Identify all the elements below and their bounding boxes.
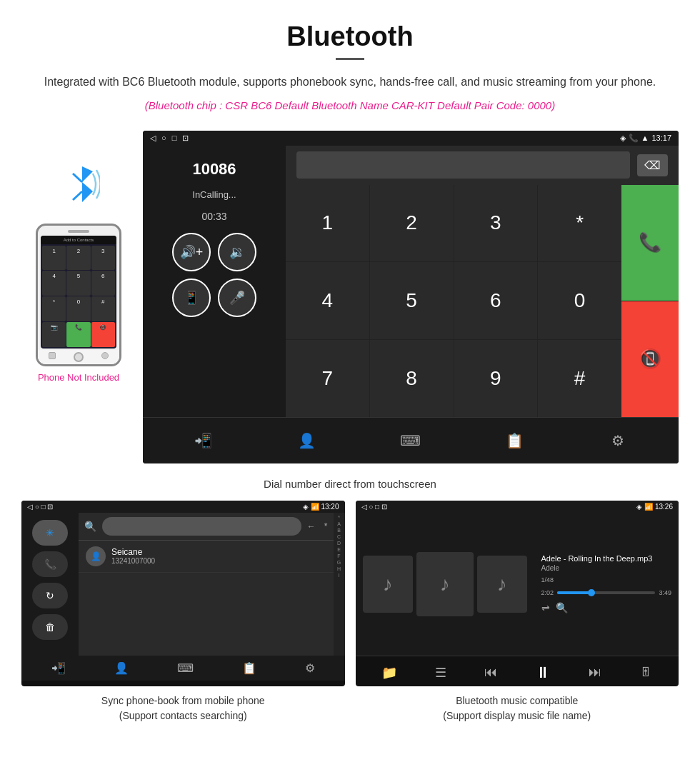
music-item: ◁ ○ □ ⊡ ◈ 📶 13:26 ♪ <box>356 501 679 723</box>
phone-recent-btn <box>49 352 56 359</box>
progress-bar-container: 2:02 3:49 <box>541 589 672 596</box>
car-status-bar: ◁ ○ □ ⊡ ◈ 📞 ▲ 13:17 <box>143 131 679 146</box>
pb-bluetooth-icon[interactable]: ✳ <box>32 520 68 546</box>
music-list-icon[interactable]: ☰ <box>435 665 446 681</box>
time-display: 13:17 <box>651 134 671 142</box>
dial-key-star[interactable]: * <box>538 185 621 262</box>
time-total: 3:49 <box>659 589 671 596</box>
phone-key-call-red: 📵 <box>91 322 115 347</box>
az-d[interactable]: D <box>337 540 341 546</box>
header-description: Integrated with BC6 Bluetooth module, su… <box>14 73 686 91</box>
pb-nav-contacts-icon[interactable]: 👤 <box>114 661 129 675</box>
az-a[interactable]: A <box>337 521 341 527</box>
volume-down-button[interactable]: 🔉 <box>218 233 256 271</box>
search-music-icon[interactable]: 🔍 <box>556 602 568 613</box>
dial-key-1[interactable]: 1 <box>286 185 369 262</box>
music-screen: ◁ ○ □ ⊡ ◈ 📶 13:26 ♪ <box>356 501 679 686</box>
pb-icons-right: ◈ 📶 13:20 <box>303 503 339 511</box>
az-f[interactable]: F <box>337 553 340 559</box>
phone-key-2: 2 <box>66 246 90 271</box>
az-h[interactable]: H <box>337 566 341 572</box>
nav-settings-icon[interactable]: ⚙ <box>604 426 632 455</box>
call-end-button[interactable]: 📵 <box>621 301 679 417</box>
music-prev-icon[interactable]: ⏮ <box>484 665 497 680</box>
dial-key-5[interactable]: 5 <box>370 262 454 339</box>
phone-dialer-grid: 1 2 3 4 5 6 * 0 # 📷 📞 📵 <box>41 244 116 349</box>
pb-back-icon: ◁ <box>27 503 33 511</box>
shuffle-icon[interactable]: ⇌ <box>541 602 550 613</box>
dial-key-4[interactable]: 4 <box>286 262 369 339</box>
status-icons-right: ◈ 📞 ▲ 13:17 <box>620 134 671 143</box>
music-icons-left: ◁ ○ □ ⊡ <box>361 503 387 511</box>
az-e[interactable]: E <box>337 546 341 553</box>
music-caption: Bluetooth music compatible(Support displ… <box>443 693 591 723</box>
pb-body: ✳ 📞 ↻ 🗑 🔍 ← * 👤 <box>21 513 345 656</box>
music-location-icon: ◈ <box>636 503 644 511</box>
contact-name: Seicane <box>111 547 326 557</box>
number-input-box[interactable] <box>296 151 630 179</box>
call-timer: 00:33 <box>201 211 226 222</box>
pb-nav-settings-icon[interactable]: ⚙ <box>305 661 315 675</box>
phonebook-item: ◁ ○ □ ⊡ ◈ 📶 13:20 ✳ 📞 ↻ 🗑 <box>21 501 345 723</box>
car-call-area: 10086 InCalling... 00:33 🔊+ 🔉 📱 🎤 <box>143 146 679 417</box>
mute-button[interactable]: 🎤 <box>218 279 256 317</box>
pb-nav-log-icon[interactable]: 📋 <box>242 661 256 675</box>
music-body: ♪ ♪ ♪ Adele - Rolling In the Deep.mp3 Ad… <box>356 513 679 656</box>
phone-screen: Add to Contacts 1 2 3 4 5 6 * 0 # 📷 📞 📵 <box>41 236 116 349</box>
az-i[interactable]: I <box>339 572 340 578</box>
pb-nav-phone-icon[interactable]: 📲 <box>51 661 66 675</box>
dial-key-hash[interactable]: # <box>538 340 621 417</box>
pb-delete-icon[interactable]: 🗑 <box>32 614 68 640</box>
number-display: ⌫ <box>286 146 679 185</box>
pb-search-input[interactable] <box>102 517 301 536</box>
nav-contacts-icon[interactable]: 👤 <box>293 426 321 455</box>
pb-sync-icon[interactable]: ↻ <box>32 583 68 608</box>
music-status-bar: ◁ ○ □ ⊡ ◈ 📶 13:26 <box>356 501 679 513</box>
az-b[interactable]: B <box>337 527 341 533</box>
pb-az-index: * A B C D E F G H I <box>334 513 345 656</box>
progress-bar[interactable] <box>557 591 655 594</box>
nav-call-log-icon[interactable]: 📋 <box>500 426 529 455</box>
call-accept-button[interactable]: 📞 <box>621 185 679 301</box>
dial-key-7[interactable]: 7 <box>286 340 369 417</box>
call-right-panel: ⌫ 1 2 3 * 4 5 6 0 7 8 9 <box>286 146 679 417</box>
music-play-pause-button[interactable]: ⏸ <box>535 663 551 682</box>
music-eq-icon[interactable]: 🎚 <box>639 665 652 680</box>
transfer-button[interactable]: 📱 <box>172 279 211 317</box>
music-next-icon[interactable]: ⏭ <box>589 665 601 680</box>
phone-key-0: 0 <box>66 296 90 321</box>
phonebook-caption: Sync phone-book from mobile phone(Suppor… <box>101 693 265 723</box>
dial-key-6[interactable]: 6 <box>454 262 538 339</box>
pb-phone-signal-icon: 📶 <box>311 503 321 511</box>
contact-number: 13241007000 <box>111 557 326 565</box>
music-folder-icon[interactable]: 📁 <box>381 665 397 681</box>
call-screen-section: Add to Contacts 1 2 3 4 5 6 * 0 # 📷 📞 📵 <box>0 131 700 471</box>
pb-call-icon[interactable]: 📞 <box>32 551 68 577</box>
track-counter: 1/48 <box>541 576 672 583</box>
album-art-prev: ♪ <box>363 556 413 613</box>
dial-key-2[interactable]: 2 <box>370 185 454 262</box>
az-g[interactable]: G <box>337 559 341 566</box>
az-star[interactable]: * <box>338 514 340 521</box>
pb-back-arrow-icon[interactable]: ← <box>307 521 316 531</box>
bluetooth-logo-icon <box>82 166 93 202</box>
dial-key-0[interactable]: 0 <box>538 262 621 339</box>
phone-device: Add to Contacts 1 2 3 4 5 6 * 0 # 📷 📞 📵 <box>36 224 121 366</box>
car-call-screen: ◁ ○ □ ⊡ ◈ 📞 ▲ 13:17 10086 InCalling... 0… <box>143 131 679 463</box>
dial-key-9[interactable]: 9 <box>454 340 538 417</box>
backspace-button[interactable]: ⌫ <box>637 154 668 176</box>
dialpad-area: 1 2 3 * 4 5 6 0 7 8 9 # <box>286 185 679 417</box>
volume-up-button[interactable]: 🔊+ <box>172 233 211 271</box>
contact-avatar: 👤 <box>86 546 106 566</box>
pb-contact-seicane[interactable]: 👤 Seicane 13241007000 <box>79 541 334 573</box>
nav-phone-transfer-icon[interactable]: 📲 <box>189 426 218 455</box>
phone-key-call-green: 📞 <box>66 322 90 347</box>
az-c[interactable]: C <box>337 533 341 540</box>
nav-dialpad-icon[interactable]: ⌨ <box>396 426 425 455</box>
dial-key-3[interactable]: 3 <box>454 185 538 262</box>
pb-main: 🔍 ← * 👤 Seicane 13241007000 <box>79 513 334 656</box>
pb-nav-dialpad-icon[interactable]: ⌨ <box>177 661 194 675</box>
dial-key-8[interactable]: 8 <box>370 340 454 417</box>
status-icons-left: ◁ ○ □ ⊡ <box>150 134 189 143</box>
dialpad-grid: 1 2 3 * 4 5 6 0 7 8 9 # <box>286 185 621 417</box>
